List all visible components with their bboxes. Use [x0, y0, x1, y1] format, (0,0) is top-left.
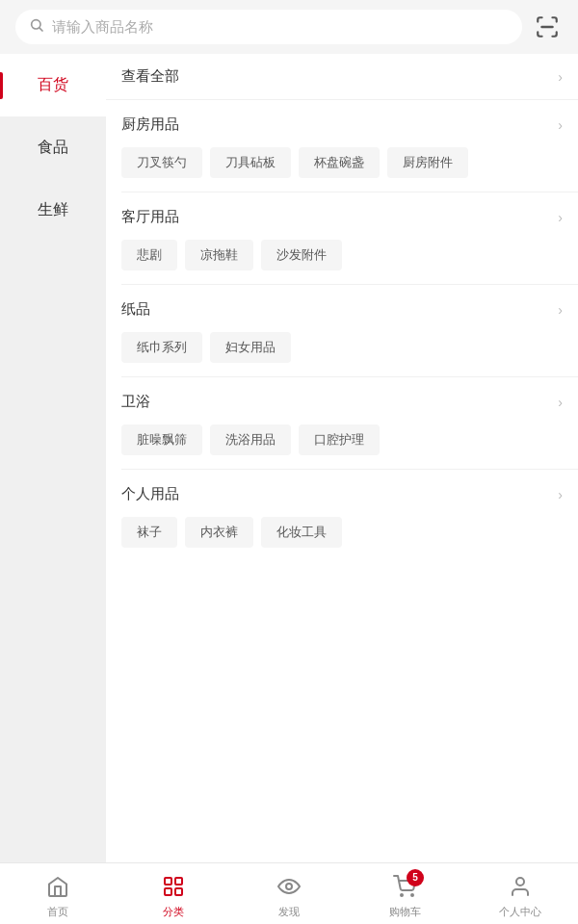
nav-item-home[interactable]: 首页 — [0, 869, 116, 919]
view-all-text: 查看全部 — [121, 67, 179, 86]
view-all-row[interactable]: 查看全部 › — [106, 54, 578, 100]
nav-label-profile: 个人中心 — [499, 905, 541, 919]
sidebar-item-shengxian[interactable]: 生鲜 — [0, 179, 106, 242]
sidebar-item-shipin[interactable]: 食品 — [0, 116, 106, 179]
chevron-zhipin-icon: › — [558, 302, 563, 318]
svg-rect-5 — [165, 888, 171, 895]
category-header-weiyou[interactable]: 卫浴 › — [106, 377, 578, 421]
svg-line-1 — [39, 28, 42, 31]
tag-chip[interactable]: 刀叉筷勺 — [121, 147, 202, 178]
category-content: 查看全部 › 厨房用品 › 刀叉筷勺 刀具砧板 杯盘碗盏 厨房附件 客厅用品 › — [106, 54, 578, 862]
category-section-weiyou: 卫浴 › 脏噪飘筛 洗浴用品 口腔护理 — [106, 376, 578, 469]
category-title-weiyou: 卫浴 — [121, 393, 150, 411]
nav-item-cart[interactable]: 5 购物车 — [347, 869, 462, 919]
category-title-keting: 客厅用品 — [121, 208, 179, 226]
search-bar: 请输入商品名称 — [0, 0, 578, 54]
search-icon — [29, 17, 44, 37]
tag-chip[interactable]: 妇女用品 — [210, 332, 291, 363]
category-section-keting: 客厅用品 › 悲剧 凉拖鞋 沙发附件 — [106, 192, 578, 284]
tag-chip[interactable]: 洗浴用品 — [210, 424, 291, 455]
tag-chip[interactable]: 凉拖鞋 — [185, 240, 253, 270]
eye-icon — [277, 875, 301, 902]
nav-item-category[interactable]: 分类 — [116, 869, 231, 919]
category-header-zhipin[interactable]: 纸品 › — [106, 285, 578, 328]
chevron-weiyou-icon: › — [558, 395, 563, 410]
tag-chip[interactable]: 内衣裤 — [185, 517, 253, 548]
svg-rect-3 — [165, 878, 171, 885]
category-section-gerenyongpin: 个人用品 › 袜子 内衣裤 化妆工具 — [106, 469, 578, 561]
grid-icon — [162, 875, 185, 902]
nav-label-category: 分类 — [163, 905, 184, 919]
tag-chip[interactable]: 化妆工具 — [261, 517, 342, 548]
category-title-zhipin: 纸品 — [121, 300, 150, 319]
search-placeholder: 请输入商品名称 — [52, 18, 153, 37]
tags-row-zhipin: 纸巾系列 妇女用品 — [106, 328, 578, 376]
category-section-zhipin: 纸品 › 纸巾系列 妇女用品 — [106, 284, 578, 376]
tag-chip[interactable]: 纸巾系列 — [121, 332, 202, 363]
person-icon — [509, 875, 532, 902]
tag-chip[interactable]: 口腔护理 — [299, 424, 380, 455]
search-input-wrap[interactable]: 请输入商品名称 — [15, 10, 522, 44]
tag-chip[interactable]: 杯盘碗盏 — [299, 147, 380, 178]
nav-item-profile[interactable]: 个人中心 — [462, 869, 578, 919]
nav-label-cart: 购物车 — [389, 905, 421, 919]
svg-point-10 — [516, 878, 524, 886]
home-icon — [46, 875, 69, 902]
nav-item-discover[interactable]: 发现 — [231, 869, 347, 919]
main-content: 百货 食品 生鲜 查看全部 › 厨房用品 › 刀叉筷勺 刀具砧板 杯盘碗盏 厨房… — [0, 54, 578, 862]
tags-row-weiyou: 脏噪飘筛 洗浴用品 口腔护理 — [106, 421, 578, 469]
tag-chip[interactable]: 刀具砧板 — [210, 147, 291, 178]
category-section-chufang: 厨房用品 › 刀叉筷勺 刀具砧板 杯盘碗盏 厨房附件 — [106, 100, 578, 192]
tag-chip[interactable]: 脏噪飘筛 — [121, 424, 202, 455]
svg-point-7 — [286, 884, 292, 889]
scan-icon[interactable] — [532, 12, 563, 42]
category-header-chufang[interactable]: 厨房用品 › — [106, 100, 578, 143]
svg-point-8 — [401, 894, 403, 896]
category-header-gerenyongpin[interactable]: 个人用品 › — [106, 470, 578, 513]
tags-row-gerenyongpin: 袜子 内衣裤 化妆工具 — [106, 513, 578, 561]
bottom-nav: 首页 分类 发现 — [0, 862, 578, 924]
tag-chip[interactable]: 沙发附件 — [261, 240, 342, 270]
chevron-gerenyongpin-icon: › — [558, 487, 563, 502]
chevron-keting-icon: › — [558, 210, 563, 225]
sidebar: 百货 食品 生鲜 — [0, 54, 106, 862]
cart-badge: 5 — [407, 869, 424, 886]
tag-chip[interactable]: 厨房附件 — [387, 147, 468, 178]
nav-label-discover: 发现 — [278, 905, 300, 919]
category-header-keting[interactable]: 客厅用品 › — [106, 192, 578, 236]
sidebar-item-baihuo[interactable]: 百货 — [0, 54, 106, 116]
svg-rect-6 — [175, 888, 182, 895]
nav-label-home: 首页 — [47, 905, 68, 919]
tag-chip[interactable]: 袜子 — [121, 517, 177, 548]
tag-chip[interactable]: 悲剧 — [121, 240, 177, 270]
view-all-chevron-icon: › — [558, 69, 563, 85]
category-title-chufang: 厨房用品 — [121, 116, 179, 134]
category-title-gerenyongpin: 个人用品 — [121, 485, 179, 503]
chevron-chufang-icon: › — [558, 117, 563, 133]
svg-point-9 — [411, 894, 413, 896]
tags-row-keting: 悲剧 凉拖鞋 沙发附件 — [106, 236, 578, 284]
cart-icon: 5 — [393, 875, 416, 902]
tags-row-chufang: 刀叉筷勺 刀具砧板 杯盘碗盏 厨房附件 — [106, 143, 578, 192]
svg-rect-4 — [175, 878, 182, 885]
